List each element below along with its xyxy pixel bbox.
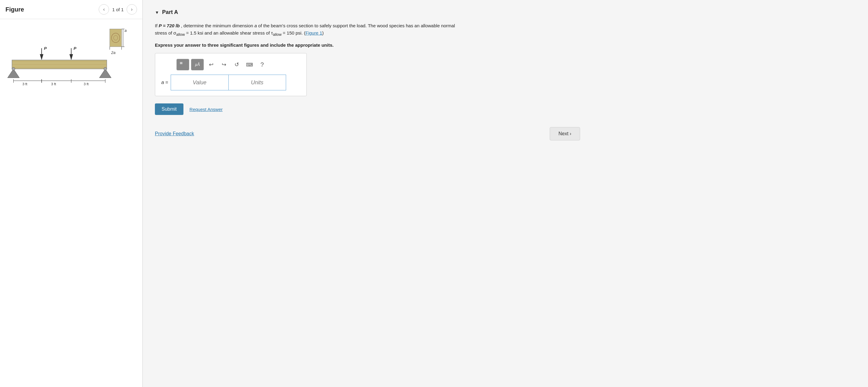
next-button[interactable]: Next › — [550, 127, 580, 140]
right-panel: ▼ Part A If P = 720 lb , determine the m… — [143, 0, 868, 387]
svg-text:P: P — [44, 46, 47, 51]
svg-text:3 ft: 3 ft — [84, 82, 89, 86]
svg-text:3 ft: 3 ft — [23, 82, 28, 86]
next-figure-button[interactable]: › — [127, 4, 137, 14]
submit-button[interactable]: Submit — [155, 103, 183, 115]
svg-point-15 — [12, 67, 15, 70]
answer-container: μÅ ↩ ↪ ↺ ⌨ ? a = — [155, 53, 307, 96]
svg-rect-38 — [180, 65, 183, 67]
next-label: Next — [559, 131, 568, 137]
bottom-row: Provide Feedback Next › — [155, 127, 580, 140]
help-button[interactable]: ? — [257, 59, 268, 70]
beam-diagram: a 2a P P — [6, 25, 136, 92]
redo-button[interactable]: ↪ — [218, 59, 229, 70]
left-panel: Figure ‹ 1 of 1 › a 2a — [0, 0, 143, 387]
figure-content: a 2a P P — [0, 19, 143, 387]
figure-1-link[interactable]: Figure 1 — [306, 30, 322, 35]
provide-feedback-button[interactable]: Provide Feedback — [155, 131, 194, 137]
figure-count: 1 of 1 — [112, 7, 124, 12]
keyboard-button[interactable]: ⌨ — [244, 59, 255, 70]
figure-nav: ‹ 1 of 1 › — [99, 4, 137, 14]
p-value: P = 720 lb — [159, 23, 180, 28]
action-buttons: Submit Request Answer — [155, 103, 856, 115]
value-input[interactable] — [171, 75, 228, 91]
request-answer-button[interactable]: Request Answer — [189, 107, 223, 112]
svg-marker-22 — [69, 54, 73, 60]
collapse-arrow[interactable]: ▼ — [155, 10, 159, 15]
matrix-toolbar-button[interactable] — [177, 59, 189, 70]
express-instruction: Express your answer to three significant… — [155, 42, 856, 47]
prev-figure-button[interactable]: ‹ — [99, 4, 109, 14]
svg-text:3 ft: 3 ft — [51, 82, 56, 86]
problem-description: If P = 720 lb , determine the minimum di… — [155, 22, 459, 38]
input-row: a = — [161, 75, 300, 91]
units-input[interactable] — [228, 75, 286, 91]
svg-rect-37 — [183, 62, 186, 64]
mu-toolbar-button[interactable]: μÅ — [191, 59, 204, 70]
svg-point-17 — [104, 67, 107, 70]
figure-header: Figure ‹ 1 of 1 › — [0, 0, 143, 19]
refresh-button[interactable]: ↺ — [231, 59, 242, 70]
svg-rect-39 — [183, 65, 186, 67]
svg-text:2a: 2a — [111, 51, 116, 55]
math-toolbar: μÅ ↩ ↪ ↺ ⌨ ? — [177, 59, 300, 70]
part-title: Part A — [162, 9, 178, 15]
svg-marker-19 — [40, 54, 43, 60]
figure-title: Figure — [5, 6, 24, 13]
svg-text:a: a — [125, 29, 127, 33]
undo-button[interactable]: ↩ — [206, 59, 217, 70]
part-a-header: ▼ Part A — [155, 9, 856, 15]
svg-text:P: P — [73, 46, 76, 51]
equation-label: a = — [161, 80, 168, 85]
next-arrow-icon: › — [570, 131, 571, 137]
svg-rect-36 — [180, 62, 183, 64]
